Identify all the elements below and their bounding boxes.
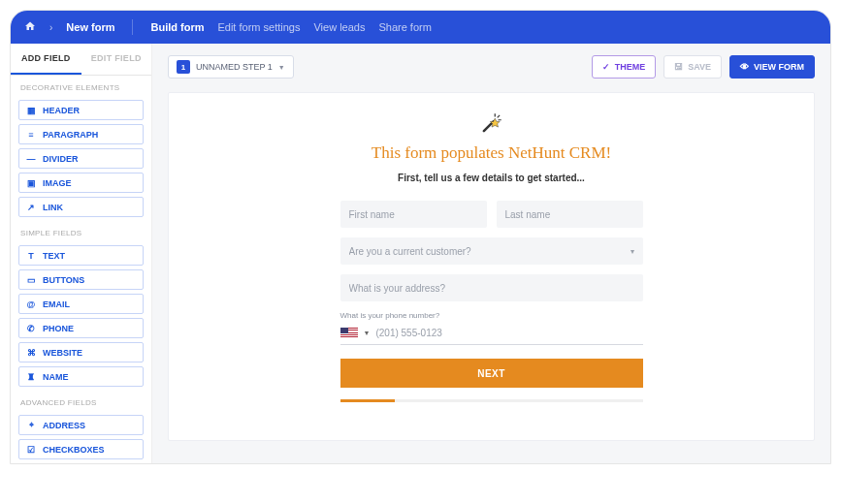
screen: › New form Build form Edit form settings… — [11, 11, 830, 463]
website-icon: ⌘ — [26, 348, 36, 358]
name-row — [340, 201, 643, 228]
section-simple-label: SIMPLE FIELDS — [11, 221, 151, 241]
field-header[interactable]: ▦HEADER — [18, 100, 144, 120]
breadcrumb-current[interactable]: New form — [66, 21, 114, 33]
chevron-down-icon: ▾ — [631, 247, 634, 256]
save-button[interactable]: 🖫SAVE — [663, 55, 722, 79]
phone-label: What is your phone number? — [340, 311, 643, 320]
form-preview-card: This form populates NetHunt CRM! First, … — [168, 92, 815, 441]
wand-icon: ✓ — [602, 62, 610, 72]
field-divider[interactable]: —DIVIDER — [18, 148, 144, 169]
canvas-toolbar: 1 UNNAMED STEP 1 ▼ ✓THEME 🖫SAVE 👁VIEW FO… — [168, 55, 815, 79]
field-label: NAME — [43, 372, 69, 382]
top-nav: › New form Build form Edit form settings… — [11, 11, 830, 44]
sidebar-tabs: ADD FIELD EDIT FIELD — [11, 44, 151, 76]
field-label: IMAGE — [43, 178, 72, 188]
flag-us-icon[interactable] — [340, 328, 358, 338]
field-link[interactable]: ↗LINK — [18, 197, 144, 217]
phone-field: What is your phone number? ▼ (201) 555-0… — [340, 311, 643, 345]
address-icon: ⌖ — [26, 421, 36, 430]
body: ADD FIELD EDIT FIELD DECORATIVE ELEMENTS… — [11, 44, 830, 463]
field-address[interactable]: ⌖ADDRESS — [18, 415, 144, 435]
field-paragraph[interactable]: ≡PARAGRAPH — [18, 124, 144, 144]
checkbox-icon: ☑ — [26, 445, 36, 455]
sidebar: ADD FIELD EDIT FIELD DECORATIVE ELEMENTS… — [11, 44, 152, 463]
step-selector[interactable]: 1 UNNAMED STEP 1 ▼ — [168, 55, 294, 79]
form-subtitle: First, tell us a few details to get star… — [398, 173, 585, 183]
divider-icon: — — [26, 154, 36, 164]
form-fields: ▾ What is your phone number? ▼ (201) 555… — [340, 201, 643, 402]
main-canvas: 1 UNNAMED STEP 1 ▼ ✓THEME 🖫SAVE 👁VIEW FO… — [152, 44, 830, 463]
nav-share-form[interactable]: Share form — [378, 21, 431, 33]
step-label: UNNAMED STEP 1 — [196, 62, 273, 72]
view-form-button[interactable]: 👁VIEW FORM — [729, 55, 815, 79]
phone-icon: ✆ — [26, 324, 36, 333]
email-icon: @ — [26, 299, 36, 309]
field-email[interactable]: @EMAIL — [18, 294, 144, 314]
chevron-down-icon: ▼ — [278, 64, 285, 71]
save-icon: 🖫 — [674, 62, 683, 72]
address-input[interactable] — [340, 274, 643, 301]
progress-bar — [340, 399, 643, 402]
nav-view-leads[interactable]: View leads — [313, 21, 365, 33]
phone-input[interactable]: ▼ (201) 555-0123 — [340, 322, 643, 345]
field-website[interactable]: ⌘WEBSITE — [18, 342, 144, 362]
header-icon: ▦ — [26, 106, 36, 115]
field-label: BUTTONS — [43, 275, 84, 285]
chevron-down-icon: ▼ — [364, 330, 371, 336]
field-label: WEBSITE — [43, 348, 82, 358]
customer-select-input[interactable] — [340, 237, 643, 265]
step-number: 1 — [177, 60, 190, 74]
last-name-input[interactable] — [497, 201, 643, 228]
field-label: ADDRESS — [43, 421, 85, 430]
tab-add-field[interactable]: ADD FIELD — [11, 44, 81, 75]
view-label: VIEW FORM — [754, 62, 804, 72]
field-label: LINK — [43, 203, 63, 212]
magic-wand-icon — [479, 110, 504, 136]
field-label: HEADER — [43, 106, 80, 115]
field-buttons[interactable]: ▭BUTTONS — [18, 269, 144, 290]
laptop-frame: › New form Build form Edit form settings… — [10, 10, 831, 464]
divider — [132, 19, 133, 35]
image-icon: ▣ — [26, 178, 36, 188]
field-label: TEXT — [43, 251, 65, 261]
field-label: CHECKBOXES — [43, 445, 105, 455]
text-icon: T — [26, 251, 36, 261]
nav-build-form[interactable]: Build form — [150, 21, 204, 33]
form-title: This form populates NetHunt CRM! — [372, 143, 611, 163]
field-label: PHONE — [43, 324, 74, 333]
field-checkboxes[interactable]: ☑CHECKBOXES — [18, 439, 144, 459]
field-label: DIVIDER — [43, 154, 79, 164]
first-name-input[interactable] — [340, 201, 487, 228]
paragraph-icon: ≡ — [26, 130, 36, 140]
theme-label: THEME — [615, 62, 646, 72]
field-text[interactable]: TTEXT — [18, 245, 144, 266]
field-phone[interactable]: ✆PHONE — [18, 318, 144, 338]
address-input-wrap — [340, 274, 643, 301]
home-icon[interactable] — [24, 18, 36, 36]
field-label: EMAIL — [43, 299, 70, 309]
chevron-right-icon: › — [49, 22, 52, 33]
field-label: PARAGRAPH — [43, 130, 98, 140]
svg-line-1 — [497, 115, 499, 117]
nav-edit-settings[interactable]: Edit form settings — [217, 21, 300, 33]
phone-placeholder: (201) 555-0123 — [375, 328, 441, 338]
customer-select[interactable]: ▾ — [340, 237, 643, 265]
section-decorative-label: DECORATIVE ELEMENTS — [11, 76, 151, 96]
field-image[interactable]: ▣IMAGE — [18, 173, 144, 193]
eye-icon: 👁 — [740, 62, 749, 72]
field-name[interactable]: ♜NAME — [18, 366, 144, 387]
tab-edit-field[interactable]: EDIT FIELD — [81, 44, 152, 75]
save-label: SAVE — [688, 62, 711, 72]
name-icon: ♜ — [26, 372, 36, 382]
section-advanced-label: ADVANCED FIELDS — [11, 391, 151, 411]
next-button[interactable]: NEXT — [340, 359, 643, 388]
theme-button[interactable]: ✓THEME — [592, 55, 657, 79]
link-icon: ↗ — [26, 203, 36, 212]
buttons-icon: ▭ — [26, 275, 36, 285]
